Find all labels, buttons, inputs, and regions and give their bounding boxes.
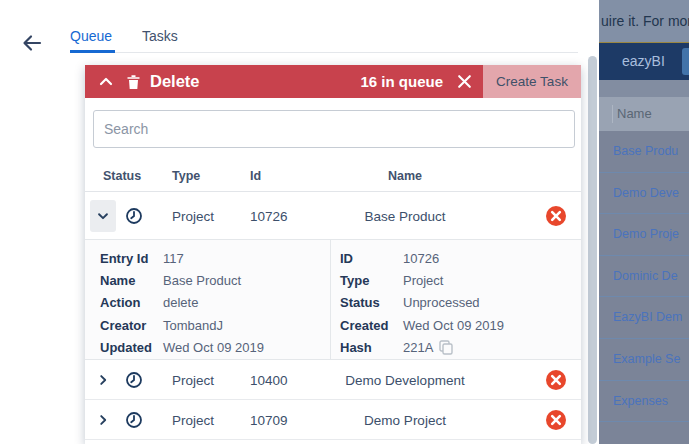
column-header-status: Status bbox=[103, 169, 141, 183]
column-header-name: Name bbox=[265, 169, 545, 183]
detail-value: Base Product bbox=[163, 273, 241, 288]
delete-row-button[interactable] bbox=[545, 369, 567, 391]
tab-tasks[interactable]: Tasks bbox=[142, 28, 178, 44]
detail-value: TombandJ bbox=[163, 318, 223, 333]
column-header-id: Id bbox=[250, 169, 261, 183]
detail-label: Status bbox=[340, 292, 403, 314]
delete-x-circle-icon bbox=[545, 369, 567, 391]
background-toolbar-strip bbox=[599, 80, 689, 97]
background-navbar: eazyBI bbox=[599, 43, 689, 80]
detail-left-column: Entry Id117 NameBase Product Actiondelet… bbox=[100, 248, 264, 359]
delete-x-circle-icon bbox=[545, 205, 567, 227]
detail-value: delete bbox=[163, 295, 198, 310]
background-row-link: Dominic De bbox=[599, 256, 689, 298]
detail-value: Wed Oct 09 2019 bbox=[163, 340, 264, 355]
tab-bottom-border bbox=[70, 52, 578, 53]
detail-label: Creator bbox=[100, 315, 163, 337]
collapse-button[interactable] bbox=[98, 74, 114, 90]
detail-label: Entry Id bbox=[100, 248, 163, 270]
row-name: Demo Development bbox=[265, 372, 545, 387]
clock-icon bbox=[125, 411, 143, 429]
detail-label: ID bbox=[340, 248, 403, 270]
background-app: uire it. For mor eazyBI Name Base Produ … bbox=[599, 0, 689, 444]
detail-value: Wed Oct 09 2019 bbox=[403, 318, 504, 333]
detail-column-divider bbox=[330, 240, 331, 359]
tab-bar: Queue Tasks bbox=[70, 28, 204, 50]
panel-header: Delete 16 in queue Create Task bbox=[85, 65, 581, 98]
collapse-row-button[interactable] bbox=[90, 200, 116, 232]
active-tab-underline bbox=[70, 50, 115, 53]
detail-value: 221A bbox=[403, 340, 433, 355]
row-detail-panel: Entry Id117 NameBase Product Actiondelet… bbox=[85, 239, 581, 360]
detail-value: Project bbox=[403, 273, 443, 288]
chevron-up-icon bbox=[98, 74, 114, 90]
row-type: Project bbox=[172, 372, 214, 387]
background-row-link: Demo Deve bbox=[599, 173, 689, 215]
column-header-type: Type bbox=[172, 169, 200, 183]
vertical-scrollbar[interactable] bbox=[588, 56, 597, 444]
trash-icon bbox=[126, 74, 141, 90]
detail-value: 117 bbox=[163, 251, 184, 266]
delete-row-button[interactable] bbox=[545, 409, 567, 431]
expand-row-button[interactable] bbox=[90, 364, 116, 396]
clock-icon bbox=[125, 207, 143, 225]
background-name-column-header: Name bbox=[617, 97, 652, 131]
chevron-down-icon bbox=[96, 209, 110, 223]
queue-row: Project 10709 Demo Project bbox=[85, 400, 581, 440]
background-table-header: Name bbox=[599, 97, 689, 131]
panel-title: Delete bbox=[150, 72, 200, 91]
queue-table-header: Status Type Id Name bbox=[85, 165, 581, 192]
background-row-link: Example Se bbox=[599, 339, 689, 381]
background-row-link: Expenses bbox=[599, 381, 689, 423]
row-name: Demo Project bbox=[265, 412, 545, 427]
row-type: Project bbox=[172, 208, 214, 223]
queue-count-badge: 16 in queue bbox=[360, 73, 443, 90]
delete-row-button[interactable] bbox=[545, 205, 567, 227]
detail-label: Updated bbox=[100, 337, 163, 359]
detail-label: Name bbox=[100, 270, 163, 292]
queue-row: Project 10400 Demo Development bbox=[85, 360, 581, 400]
panel-header-red: Delete 16 in queue bbox=[85, 65, 483, 98]
detail-label: Action bbox=[100, 292, 163, 314]
close-button[interactable] bbox=[455, 73, 473, 91]
detail-label: Created bbox=[340, 315, 403, 337]
background-row-link: Demo Proje bbox=[599, 214, 689, 256]
queue-row: Project 10726 Base Product bbox=[85, 192, 581, 239]
detail-right-column: ID10726 TypeProject StatusUnprocessed Cr… bbox=[340, 248, 504, 359]
eazybi-logo: eazyBI bbox=[622, 43, 665, 80]
background-row-link: EazyBI Dem bbox=[599, 297, 689, 339]
screen: uire it. For mor eazyBI Name Base Produ … bbox=[0, 0, 689, 444]
back-button[interactable] bbox=[20, 31, 44, 55]
search-input[interactable] bbox=[93, 110, 575, 148]
chevron-right-icon bbox=[96, 373, 110, 387]
clock-icon bbox=[125, 371, 143, 389]
chevron-right-icon bbox=[96, 413, 110, 427]
detail-value: 10726 bbox=[403, 251, 439, 266]
background-navbar-button bbox=[682, 48, 689, 75]
close-icon bbox=[456, 73, 473, 90]
copy-icon bbox=[439, 340, 453, 355]
create-task-button[interactable]: Create Task bbox=[483, 65, 581, 98]
copy-hash-button[interactable] bbox=[439, 340, 453, 362]
delete-x-circle-icon bbox=[545, 409, 567, 431]
background-row-link: Base Produ bbox=[599, 131, 689, 173]
background-table-rows: Base Produ Demo Deve Demo Proje Dominic … bbox=[599, 131, 689, 444]
tab-queue[interactable]: Queue bbox=[70, 28, 112, 44]
column-divider bbox=[612, 105, 613, 123]
row-type: Project bbox=[172, 412, 214, 427]
delete-queue-panel: Delete 16 in queue Create Task Status Ty… bbox=[85, 65, 581, 444]
detail-label: Type bbox=[340, 270, 403, 292]
detail-label: Hash bbox=[340, 337, 403, 359]
detail-value: Unprocessed bbox=[403, 295, 480, 310]
expand-row-button[interactable] bbox=[90, 404, 116, 436]
background-banner-text: uire it. For mor bbox=[599, 0, 689, 42]
back-arrow-icon bbox=[20, 31, 44, 55]
row-name: Base Product bbox=[265, 208, 545, 223]
